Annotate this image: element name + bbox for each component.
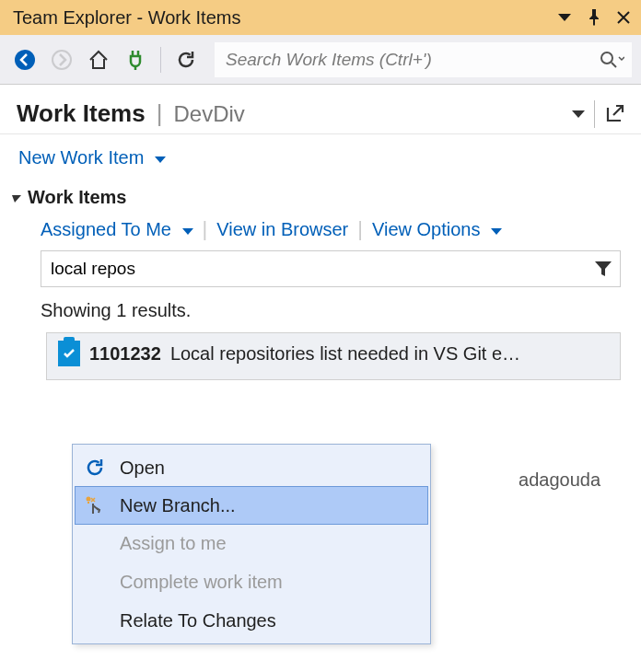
forward-button <box>46 44 77 75</box>
filters-row: Assigned To Me | View in Browser | View … <box>0 215 641 250</box>
chevron-down-icon <box>155 147 166 168</box>
context-menu: Open New Branch... Assign to me Complete… <box>72 444 431 644</box>
menu-open-label: Open <box>120 458 165 479</box>
menu-complete-label: Complete work item <box>120 572 283 593</box>
filter-separator: | <box>203 217 208 241</box>
view-browser-link[interactable]: View in Browser <box>216 219 348 240</box>
assigned-filter[interactable]: Assigned To Me <box>41 219 193 240</box>
search-box[interactable] <box>215 42 632 77</box>
search-input[interactable] <box>226 50 599 70</box>
header-menu-icon[interactable] <box>572 110 585 118</box>
work-item-title: Local repositories list needed in VS Git… <box>170 343 609 365</box>
menu-open[interactable]: Open <box>76 448 427 487</box>
title-bar: Team Explorer - Work Items <box>0 0 641 35</box>
project-name: DevDiv <box>173 101 244 127</box>
work-item-type-icon <box>58 341 80 366</box>
window-title: Team Explorer - Work Items <box>13 7 240 29</box>
header-divider <box>594 100 595 128</box>
branch-icon <box>83 495 107 516</box>
results-count: Showing 1 results. <box>0 287 641 330</box>
menu-new-branch[interactable]: New Branch... <box>75 486 428 525</box>
new-work-item-label: New Work Item <box>18 147 144 168</box>
window-controls <box>556 9 632 26</box>
work-item-card[interactable]: 1101232 Local repositories list needed i… <box>46 332 621 380</box>
toolbar <box>0 35 641 85</box>
chevron-down-icon <box>491 219 502 240</box>
breadcrumb-separator: | <box>157 99 163 128</box>
menu-relate-changes[interactable]: Relate To Changes <box>76 601 427 640</box>
open-icon <box>83 458 107 478</box>
connect-button[interactable] <box>120 44 151 75</box>
back-button[interactable] <box>9 44 41 75</box>
menu-assign-label: Assign to me <box>120 533 227 554</box>
filter-input[interactable] <box>51 259 594 279</box>
pin-icon[interactable] <box>586 9 602 26</box>
home-button[interactable] <box>83 44 114 75</box>
svg-point-1 <box>52 51 71 69</box>
collapse-icon <box>11 192 22 203</box>
filter-separator: | <box>357 217 363 241</box>
page-title: Work Items <box>17 99 146 128</box>
window-menu-icon[interactable] <box>556 9 573 26</box>
filter-icon[interactable] <box>594 261 612 277</box>
menu-assign-to-me: Assign to me <box>76 524 427 562</box>
work-item-assignee-partial: adagouda <box>519 469 600 491</box>
toolbar-divider <box>160 47 161 73</box>
work-item-id: 1101232 <box>89 343 161 365</box>
chevron-down-icon <box>182 219 193 240</box>
close-icon[interactable] <box>615 9 632 26</box>
filter-box[interactable] <box>41 250 621 287</box>
svg-point-0 <box>15 50 35 70</box>
refresh-button[interactable] <box>170 44 202 75</box>
view-options-link[interactable]: View Options <box>372 219 502 240</box>
search-icon[interactable] <box>599 50 624 70</box>
section-title: Work Items <box>28 187 126 208</box>
page-header: Work Items | DevDiv <box>0 85 641 133</box>
popout-icon[interactable] <box>604 104 624 124</box>
menu-complete: Complete work item <box>76 562 427 601</box>
new-work-item-link[interactable]: New Work Item <box>18 147 166 168</box>
new-item-row: New Work Item <box>0 133 641 181</box>
menu-relate-label: Relate To Changes <box>120 610 276 631</box>
menu-new-branch-label: New Branch... <box>120 495 236 516</box>
svg-point-3 <box>87 497 91 502</box>
section-header[interactable]: Work Items <box>0 181 641 215</box>
svg-point-2 <box>601 52 612 64</box>
